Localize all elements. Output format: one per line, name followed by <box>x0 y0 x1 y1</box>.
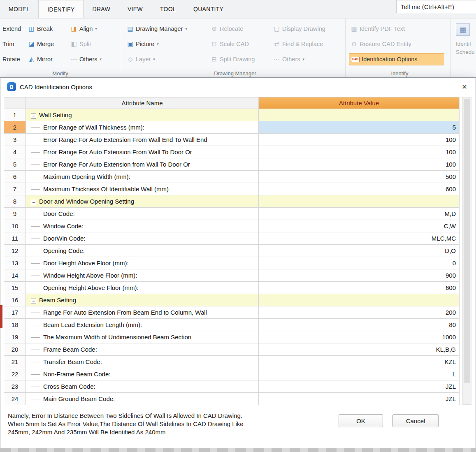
attribute-name-cell[interactable]: −Wall Setting <box>26 109 259 121</box>
row-number[interactable]: 10 <box>4 220 26 232</box>
trim-button[interactable]: Trim <box>1 38 26 50</box>
mirror-button[interactable]: ◭Mirror <box>26 53 69 65</box>
table-row[interactable]: 4Error Range For Auto Extension From Wal… <box>4 146 460 158</box>
row-number[interactable]: 18 <box>4 319 26 331</box>
attribute-value-cell[interactable]: JZL <box>259 393 460 405</box>
collapse-icon[interactable]: − <box>31 114 36 119</box>
close-icon[interactable]: ✕ <box>460 82 469 91</box>
attribute-name-cell[interactable]: Error Range For Auto Extension from Wall… <box>26 158 259 171</box>
attribute-name-cell[interactable]: Window Code: <box>26 220 259 232</box>
others-button[interactable]: ⋯Others▾ <box>69 53 119 65</box>
attribute-name-cell[interactable]: Error Range of Wall Thickness (mm): <box>26 121 259 134</box>
attribute-value-cell[interactable]: KZL <box>259 356 460 368</box>
break-button[interactable]: ◫Break <box>26 23 69 35</box>
tab-model[interactable]: MODEL <box>0 0 38 18</box>
collapse-icon[interactable]: − <box>31 299 36 304</box>
attribute-value-cell[interactable]: MLC,MC <box>259 232 460 245</box>
table-row[interactable]: 18Beam Lead Extension Length (mm):80 <box>4 319 460 331</box>
attribute-value-cell[interactable]: 0 <box>259 257 460 269</box>
attribute-name-cell[interactable]: Opening Code: <box>26 245 259 257</box>
rotate-button[interactable]: Rotate <box>1 53 26 65</box>
identify-schedule-button[interactable]: ▦ Identif Schedu <box>451 19 476 77</box>
table-row[interactable]: 15Opening Height Above Floor (mm):600 <box>4 282 460 294</box>
table-row[interactable]: 22Non-Frame Beam Code:L <box>4 368 460 380</box>
attribute-value-cell[interactable]: 900 <box>259 269 460 282</box>
attribute-value-cell[interactable] <box>259 195 460 208</box>
row-number[interactable]: 22 <box>4 368 26 380</box>
attribute-value-cell[interactable]: 1000 <box>259 331 460 343</box>
tab-tool[interactable]: TOOL <box>151 0 185 18</box>
table-row[interactable]: 17Range For Auto Extension From Beam End… <box>4 306 460 319</box>
table-row[interactable]: 3Error Range For Auto Extension From Wal… <box>4 134 460 146</box>
row-number[interactable]: 15 <box>4 282 26 294</box>
picture-button[interactable]: ▣Picture▾ <box>125 38 209 50</box>
row-number[interactable]: 23 <box>4 380 26 393</box>
tab-draw[interactable]: DRAW <box>84 0 118 18</box>
row-number[interactable]: 2 <box>4 121 26 134</box>
attribute-value-cell[interactable]: 100 <box>259 134 460 146</box>
row-number[interactable]: 21 <box>4 356 26 368</box>
table-row[interactable]: 2Error Range of Wall Thickness (mm):5 <box>4 121 460 134</box>
table-row[interactable]: 13Door Height Above Floor (mm):0 <box>4 257 460 269</box>
drawing-manager-button[interactable]: ▤Drawing Manager▾ <box>125 23 209 35</box>
table-row[interactable]: 16−Beam Setting <box>4 294 460 306</box>
attribute-name-cell[interactable]: Non-Frame Beam Code: <box>26 368 259 380</box>
table-row[interactable]: 9Door Code:M,D <box>4 208 460 220</box>
merge-button[interactable]: ◪Merge <box>26 38 69 50</box>
table-row[interactable]: 24Main Ground Beam Code:JZL <box>4 393 460 405</box>
attribute-name-cell[interactable]: Window Height Above Floor (mm): <box>26 269 259 282</box>
row-number[interactable]: 6 <box>4 171 26 183</box>
vertical-scrollbar[interactable] <box>462 97 471 405</box>
row-number[interactable]: 1 <box>4 109 26 121</box>
ok-button[interactable]: OK <box>339 414 383 427</box>
tab-identify[interactable]: IDENTIFY <box>38 0 84 18</box>
cancel-button[interactable]: Cancel <box>392 414 439 427</box>
attribute-name-cell[interactable]: Maximum Opening Width (mm): <box>26 171 259 183</box>
row-number[interactable]: 9 <box>4 208 26 220</box>
identification-options-button[interactable]: CADIdentification Options <box>349 53 444 65</box>
dialog-titlebar[interactable]: B CAD Identification Options ✕ <box>0 78 476 96</box>
attribute-value-cell[interactable]: L <box>259 368 460 380</box>
table-row[interactable]: 1−Wall Setting <box>4 109 460 121</box>
attribute-value-cell[interactable]: 600 <box>259 282 460 294</box>
attribute-name-cell[interactable]: Cross Beam Code: <box>26 380 259 393</box>
table-row[interactable]: 19The Maximum Width of Undimensioned Bea… <box>4 331 460 343</box>
table-row[interactable]: 6Maximum Opening Width (mm):500 <box>4 171 460 183</box>
row-number[interactable]: 13 <box>4 257 26 269</box>
row-number[interactable]: 19 <box>4 331 26 343</box>
table-row[interactable]: 20Frame Beam Code:KL,B,G <box>4 343 460 356</box>
table-row[interactable]: 12Opening Code:D,O <box>4 245 460 257</box>
attribute-name-cell[interactable]: DoorWin Code: <box>26 232 259 245</box>
align-button[interactable]: ◨Align▾ <box>69 23 119 35</box>
attribute-name-cell[interactable]: −Beam Setting <box>26 294 259 306</box>
table-row[interactable]: 21Transfer Beam Code:KZL <box>4 356 460 368</box>
attribute-value-cell[interactable]: C,W <box>259 220 460 232</box>
tab-quantity[interactable]: QUANTITY <box>185 0 232 18</box>
row-number[interactable]: 5 <box>4 158 26 171</box>
attribute-name-cell[interactable]: Range For Auto Extension From Beam End t… <box>26 306 259 319</box>
row-number[interactable]: 7 <box>4 183 26 195</box>
attribute-value-cell[interactable] <box>259 109 460 121</box>
attribute-value-cell[interactable]: 200 <box>259 306 460 319</box>
row-number[interactable]: 24 <box>4 393 26 405</box>
table-row[interactable]: 11DoorWin Code:MLC,MC <box>4 232 460 245</box>
attribute-name-cell[interactable]: Error Range For Auto Extension From Wall… <box>26 146 259 158</box>
row-number[interactable]: 20 <box>4 343 26 356</box>
attribute-name-cell[interactable]: Door Code: <box>26 208 259 220</box>
tell-me-input[interactable]: Tell me (Ctrl+Alt+E) <box>396 0 476 13</box>
attribute-name-cell[interactable]: Maximum Thickness Of Identifiable Wall (… <box>26 183 259 195</box>
table-row[interactable]: 23Cross Beam Code:JZL <box>4 380 460 393</box>
row-number[interactable]: 14 <box>4 269 26 282</box>
attribute-name-cell[interactable]: −Door and Window Opening Setting <box>26 195 259 208</box>
attribute-value-cell[interactable]: 600 <box>259 183 460 195</box>
row-number[interactable]: 16 <box>4 294 26 306</box>
row-number[interactable]: 11 <box>4 232 26 245</box>
row-number[interactable]: 8 <box>4 195 26 208</box>
attribute-value-cell[interactable]: 80 <box>259 319 460 331</box>
table-row[interactable]: 5Error Range For Auto Extension from Wal… <box>4 158 460 171</box>
collapse-icon[interactable]: − <box>31 200 36 205</box>
extend-button[interactable]: Extend <box>1 23 26 35</box>
attribute-name-cell[interactable]: Opening Height Above Floor (mm): <box>26 282 259 294</box>
attribute-name-cell[interactable]: Error Range For Auto Extension From Wall… <box>26 134 259 146</box>
row-number[interactable]: 17 <box>4 306 26 319</box>
